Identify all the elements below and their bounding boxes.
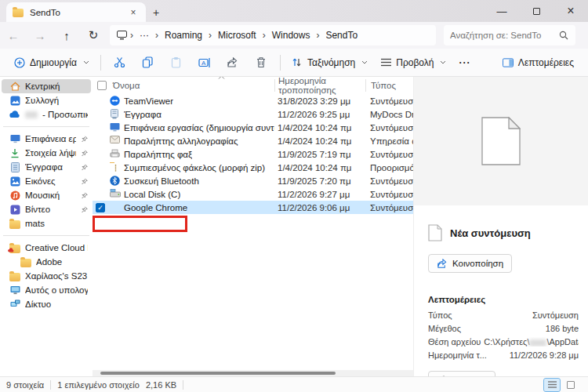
file-type: Υπηρεσία αλ xyxy=(365,136,413,146)
status-divider xyxy=(183,380,183,390)
file-type: MyDocs Drop xyxy=(365,110,413,119)
breadcrumb-item-microsoft[interactable]: Microsoft xyxy=(215,30,260,41)
sidebar-item-creative-cloud[interactable]: Creative Cloud Files F xyxy=(2,241,91,255)
new-button[interactable]: Δημιουργία xyxy=(8,52,96,74)
up-button[interactable]: ↑ xyxy=(53,24,80,47)
file-row-local-disk[interactable]: Local Disk (C) 11/2/2026 9:27 μμ Συντόμε… xyxy=(93,187,413,201)
new-tab-button[interactable]: + xyxy=(146,3,166,22)
home-icon xyxy=(9,81,20,92)
breadcrumb-item-sendto[interactable]: SendTo xyxy=(322,30,361,41)
column-header-type[interactable]: Τύπος xyxy=(365,79,413,92)
breadcrumb[interactable]: › ··· › Roaming › Microsoft › Windows › … xyxy=(110,25,436,45)
breadcrumb-separator: › xyxy=(314,30,321,41)
detail-label: Τύπος xyxy=(428,310,452,320)
videos-icon xyxy=(9,204,20,215)
sidebar-item-documents[interactable]: Έγγραφα xyxy=(2,160,91,174)
breadcrumb-item-windows[interactable]: Windows xyxy=(269,30,314,41)
breadcrumb-item-roaming[interactable]: Roaming xyxy=(162,30,205,41)
file-row-google-chrome[interactable]: ✓ Google Chrome 11/2/2026 9:06 μμ Συντόμ… xyxy=(93,201,413,214)
details-pane-icon xyxy=(503,57,514,68)
sidebar-item-pictures[interactable]: Εικόνες xyxy=(2,174,91,188)
detail-value: C:\Χρήστες\\AppData\R... xyxy=(484,337,579,347)
file-name: Google Chrome xyxy=(124,203,187,212)
forward-button[interactable]: → xyxy=(27,24,53,47)
sidebar-item-network[interactable]: Δίκτυο xyxy=(2,297,91,311)
scrollbar-thumb[interactable] xyxy=(100,372,336,375)
details-pane-toggle[interactable]: Λεπτομέρειες xyxy=(496,52,580,74)
share-icon xyxy=(437,259,448,269)
breadcrumb-separator: › xyxy=(207,30,213,41)
sidebar-item-desktop[interactable]: Επιφάνεια εργασί xyxy=(2,132,91,146)
back-button[interactable]: ← xyxy=(0,24,27,47)
file-date: 11/2/2026 9:27 μμ xyxy=(274,190,365,199)
sidebar-item-this-pc[interactable]: Αυτός ο υπολογιστή xyxy=(2,283,91,297)
more-options-button[interactable]: ··· xyxy=(452,52,477,74)
row-checkbox[interactable]: ✓ xyxy=(96,203,105,212)
file-row-desktop[interactable]: Επιφάνεια εργασίας (δημιουργία συντόμευσ… xyxy=(93,121,413,134)
sidebar-item-adobe[interactable]: Adobe xyxy=(2,255,91,269)
rename-button[interactable]: A xyxy=(191,52,219,74)
window-controls: — × xyxy=(485,0,588,22)
pictures-icon xyxy=(9,176,20,187)
file-date: 1/4/2024 10:24 πμ xyxy=(274,136,365,146)
folder-icon xyxy=(13,7,24,18)
file-date: 11/9/2025 7:19 πμ xyxy=(274,150,365,159)
sidebar-item-videos[interactable]: Βίντεο xyxy=(2,202,91,216)
large-icons-view-toggle[interactable] xyxy=(563,379,579,391)
file-date: 11/9/2025 7:20 πμ xyxy=(274,176,365,186)
delete-button[interactable] xyxy=(247,52,275,74)
music-icon xyxy=(9,190,20,201)
sidebar-item-music[interactable]: Μουσική xyxy=(2,188,91,202)
file-type: Συντόμευση xyxy=(365,150,413,159)
sort-ascending-icon xyxy=(218,77,225,79)
sidebar-item-gallery[interactable]: Συλλογή xyxy=(2,93,91,107)
sort-button[interactable]: Ταξινόμηση xyxy=(285,52,374,74)
cut-button[interactable] xyxy=(106,52,134,74)
share-button[interactable] xyxy=(219,52,247,74)
column-header-name[interactable]: Όνομα xyxy=(93,81,274,90)
view-lines-icon xyxy=(380,57,391,68)
sidebar-item-onedrive[interactable]: - Προσωπικό xyxy=(2,107,91,122)
sidebar-item-s23-ultra[interactable]: Χαρίλαος's S23 Ultra xyxy=(2,269,91,283)
sidebar-item-downloads[interactable]: Στοιχεία λήψης xyxy=(2,146,91,160)
column-header-date[interactable]: Ημερομηνία τροποποίησης xyxy=(274,79,365,92)
column-headers: Όνομα Ημερομηνία τροποποίησης Τύπος xyxy=(93,77,413,94)
command-toolbar: Δημιουργία A Ταξινόμηση Προβολή ··· xyxy=(0,49,588,77)
view-button[interactable]: Προβολή xyxy=(374,52,452,74)
horizontal-scrollbar[interactable] xyxy=(93,370,413,376)
file-name: Παραλήπτης φαξ xyxy=(124,150,192,159)
paste-button[interactable] xyxy=(162,52,191,74)
details-view-toggle[interactable] xyxy=(544,379,560,391)
toolbar-divider xyxy=(100,55,101,71)
network-icon xyxy=(9,299,20,310)
file-row-teamviewer[interactable]: TeamViewer 31/8/2023 3:29 μμ Συντόμευση xyxy=(93,94,413,107)
file-type: Συντόμευση σ xyxy=(365,123,413,132)
file-type: Συντόμευση xyxy=(365,176,413,186)
detail-location: Θέση αρχείου C:\Χρήστες\\AppData\R... xyxy=(428,337,579,347)
file-row-zip-folder[interactable]: Συμπιεσμένος φάκελος (μορφή zip) 1/4/202… xyxy=(93,161,413,174)
close-button[interactable]: × xyxy=(554,0,588,22)
teamviewer-icon xyxy=(110,96,121,107)
maximize-button[interactable] xyxy=(519,0,554,22)
minimize-button[interactable]: — xyxy=(485,0,519,22)
refresh-button[interactable]: ↻ xyxy=(80,24,107,47)
file-row-mail-recipient[interactable]: Παραλήπτης αλληλογραφίας 1/4/2024 10:24 … xyxy=(93,134,413,147)
sidebar-item-label: - Προσωπικό xyxy=(42,110,88,119)
detail-value: 11/2/2026 9:28 μμ xyxy=(510,350,579,360)
file-row-fax-recipient[interactable]: Παραλήπτης φαξ 11/9/2025 7:19 πμ Συντόμε… xyxy=(93,147,413,161)
explorer-tab[interactable]: SendTo × xyxy=(6,2,146,22)
search-input[interactable] xyxy=(450,31,558,40)
breadcrumb-overflow[interactable]: ··· xyxy=(136,30,152,41)
select-all-checkbox[interactable] xyxy=(97,81,107,90)
explorer-content: Κεντρική Συλλογή - Προσωπικό Επιφάνεια ε… xyxy=(0,77,588,376)
share-file-button[interactable]: Κοινοποίηση xyxy=(428,254,512,273)
copy-button[interactable] xyxy=(134,52,162,74)
search-box[interactable] xyxy=(444,25,575,45)
tab-close-icon[interactable]: × xyxy=(127,7,140,18)
file-row-documents[interactable]: Έγγραφα 11/2/2026 9:25 μμ MyDocs Drop xyxy=(93,107,413,121)
sidebar-item-home[interactable]: Κεντρική xyxy=(2,79,91,93)
sidebar-item-label: Creative Cloud Files F xyxy=(25,243,88,252)
file-row-bluetooth[interactable]: Συσκευή Bluetooth 11/9/2025 7:20 πμ Συντ… xyxy=(93,174,413,187)
sidebar-item-label: Έγγραφα xyxy=(25,162,76,172)
sidebar-item-mats[interactable]: mats xyxy=(2,216,91,230)
